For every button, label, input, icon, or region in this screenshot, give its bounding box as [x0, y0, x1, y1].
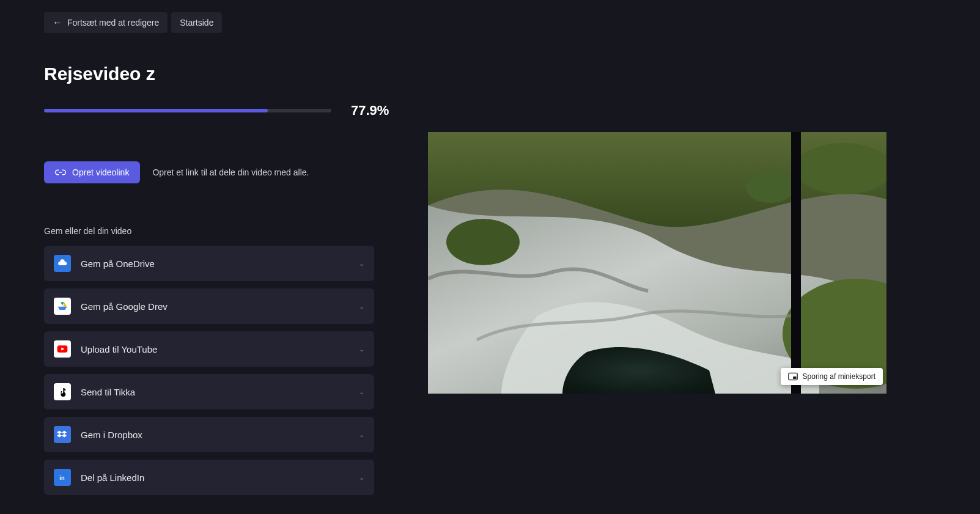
svg-point-7 — [746, 171, 795, 203]
create-videolink-button[interactable]: Opret videolink — [44, 161, 140, 183]
dropbox-icon — [54, 426, 71, 443]
share-label: Gem på Google Drev — [81, 301, 168, 312]
share-item-gdrive[interactable]: Gem på Google Drev ⌄ — [44, 288, 374, 324]
share-label: Del på LinkedIn — [81, 472, 144, 483]
share-section-label: Gem eller del din video — [44, 226, 428, 236]
progress-percent: 77.9% — [351, 103, 389, 119]
preview-divider-bar — [791, 132, 801, 394]
continue-editing-button[interactable]: ← Fortsæt med at redigere — [44, 12, 168, 33]
progress-bar-fill — [44, 109, 268, 112]
progress-bar — [44, 109, 331, 112]
continue-editing-label: Fortsæt med at redigere — [67, 18, 159, 28]
arrow-left-icon: ← — [53, 17, 62, 28]
home-button[interactable]: Startside — [171, 12, 222, 33]
project-title: Rejsevideo z — [44, 64, 428, 84]
share-label: Gem på OneDrive — [81, 259, 155, 269]
videolink-description: Opret et link til at dele din video med … — [152, 167, 309, 177]
linkedin-icon: in — [54, 469, 71, 486]
link-icon — [55, 168, 66, 177]
picture-in-picture-icon — [788, 372, 798, 381]
home-label: Startside — [180, 18, 213, 28]
chevron-down-icon: ⌄ — [359, 388, 364, 396]
chevron-down-icon: ⌄ — [359, 474, 364, 482]
share-list: Gem på OneDrive ⌄ Gem på Google Drev ⌄ U… — [44, 246, 374, 495]
create-videolink-label: Opret videolink — [72, 167, 129, 177]
preview-image — [428, 132, 886, 394]
left-panel: ← Fortsæt med at redigere Startside Rejs… — [0, 12, 428, 514]
video-preview: Sporing af minieksport — [428, 132, 886, 394]
top-nav: ← Fortsæt med at redigere Startside — [44, 12, 428, 33]
gdrive-icon — [54, 298, 71, 315]
share-label: Gem i Dropbox — [81, 430, 142, 440]
chevron-down-icon: ⌄ — [359, 345, 364, 353]
progress-row: 77.9% — [44, 103, 428, 119]
tiktok-icon — [54, 383, 71, 400]
svg-rect-9 — [793, 376, 797, 379]
share-label: Send til Tikka — [81, 387, 135, 397]
mini-export-tracking-badge[interactable]: Sporing af minieksport — [781, 368, 883, 385]
share-item-dropbox[interactable]: Gem i Dropbox ⌄ — [44, 417, 374, 452]
svg-text:in: in — [59, 475, 65, 481]
youtube-icon — [54, 340, 71, 358]
share-item-linkedin[interactable]: in Del på LinkedIn ⌄ — [44, 460, 374, 495]
videolink-row: Opret videolink Opret et link til at del… — [44, 161, 428, 183]
export-screen: ← Fortsæt med at redigere Startside Rejs… — [0, 0, 980, 514]
chevron-down-icon: ⌄ — [359, 431, 364, 439]
mini-export-label: Sporing af minieksport — [803, 372, 875, 381]
share-item-youtube[interactable]: Upload til YouTube ⌄ — [44, 331, 374, 367]
share-item-tiktok[interactable]: Send til Tikka ⌄ — [44, 374, 374, 409]
right-panel: Sporing af minieksport — [428, 12, 980, 514]
share-label: Upload til YouTube — [81, 344, 157, 354]
share-item-onedrive[interactable]: Gem på OneDrive ⌄ — [44, 246, 374, 281]
chevron-down-icon: ⌄ — [359, 303, 364, 310]
chevron-down-icon: ⌄ — [359, 260, 364, 268]
onedrive-icon — [54, 255, 71, 272]
svg-point-4 — [446, 219, 520, 265]
